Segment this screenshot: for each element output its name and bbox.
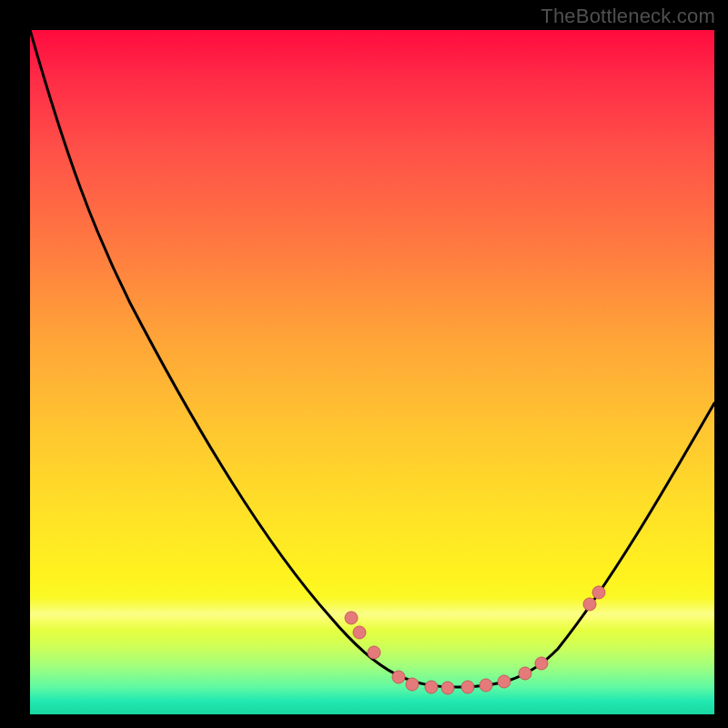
plot-panel [30, 30, 714, 714]
heat-gradient [30, 30, 714, 714]
chart-stage: TheBottleneck.com [0, 0, 728, 728]
watermark-text: TheBottleneck.com [541, 5, 715, 28]
